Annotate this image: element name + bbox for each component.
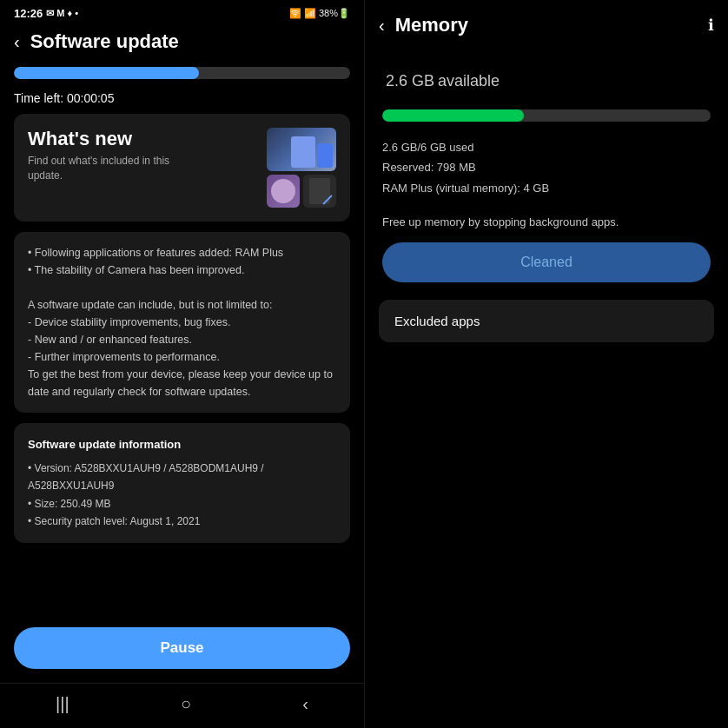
whats-new-images: [267, 128, 336, 208]
feature-images-bottom: [267, 175, 336, 208]
nav-back-icon[interactable]: ‹: [302, 694, 308, 714]
whats-new-card[interactable]: What's new Find out what's included in t…: [14, 114, 350, 222]
left-panel: 12:26 ✉ M ♦ • 🛜 📶 38%🔋 ‹ Software update…: [0, 0, 364, 728]
memory-bar-container: [382, 109, 711, 122]
info-line-3: • Security patch level: August 1, 2021: [28, 513, 336, 530]
memory-bar-fill: [382, 109, 524, 122]
r-top-left: ‹ Memory: [379, 14, 468, 36]
info-line-1: • Version: A528BXXU1AUH9 / A528BODM1AUH9…: [28, 460, 336, 495]
nav-home-icon[interactable]: ○: [181, 694, 191, 714]
progress-bar-container: [14, 67, 350, 79]
memory-gb-value: 2.6 GBavailable: [382, 57, 711, 94]
memory-available: 2.6 GBavailable: [365, 43, 728, 101]
r-back-button[interactable]: ‹: [379, 16, 385, 36]
pause-button[interactable]: Pause: [14, 627, 350, 669]
right-panel: ‹ Memory ℹ 2.6 GBavailable 2.6 GB/6 GB u…: [364, 0, 728, 728]
feature-image-note: [303, 175, 336, 208]
whats-new-heading: What's new: [28, 128, 184, 150]
whats-new-desc: Find out what's included in this update.: [28, 154, 184, 183]
status-bar: 12:26 ✉ M ♦ • 🛜 📶 38%🔋: [0, 0, 364, 23]
top-bar: ‹ Software update: [0, 23, 364, 60]
time-left: Time left: 00:00:05: [0, 86, 364, 114]
mem-detail-used: 2.6 GB/6 GB used: [382, 137, 711, 157]
cleaned-button[interactable]: Cleaned: [382, 242, 711, 282]
cleaned-button-wrapper: Cleaned: [382, 242, 711, 282]
battery-label: 38%🔋: [319, 8, 350, 19]
free-up-text: Free up memory by stopping background ap…: [382, 215, 711, 228]
time-display: 12:26: [14, 7, 43, 20]
mem-detail-ram-plus: RAM Plus (virtual memory): 4 GB: [382, 178, 711, 198]
info-card-title: Software update information: [28, 435, 336, 454]
wifi-icon: 🛜: [289, 8, 301, 19]
nav-bar: ||| ○ ‹: [0, 683, 364, 728]
signal-icon: 📶: [304, 8, 316, 19]
update-notes: • Following applications or features add…: [14, 232, 350, 413]
nav-recents-icon[interactable]: |||: [56, 694, 69, 714]
memory-details: 2.6 GB/6 GB used Reserved: 798 MB RAM Pl…: [365, 130, 728, 205]
feature-image-top: [267, 128, 336, 171]
progress-bar-fill: [14, 67, 199, 79]
notification-icons: ✉ M ♦ •: [46, 8, 78, 19]
signal-icons: 🛜 📶 38%🔋: [289, 8, 350, 19]
page-title: Software update: [30, 30, 179, 53]
r-page-title: Memory: [395, 14, 468, 36]
pause-button-wrapper: Pause: [14, 627, 350, 669]
back-button[interactable]: ‹: [14, 32, 20, 52]
status-time: 12:26 ✉ M ♦ •: [14, 7, 78, 20]
excluded-apps[interactable]: Excluded apps: [379, 300, 714, 342]
info-line-2: • Size: 250.49 MB: [28, 495, 336, 513]
r-top-bar: ‹ Memory ℹ: [365, 0, 728, 43]
feature-image-person: [267, 175, 300, 208]
whats-new-text: What's new Find out what's included in t…: [28, 128, 184, 183]
info-button[interactable]: ℹ: [708, 16, 714, 35]
update-info-card: Software update information • Version: A…: [14, 423, 350, 543]
mem-detail-reserved: Reserved: 798 MB: [382, 157, 711, 177]
